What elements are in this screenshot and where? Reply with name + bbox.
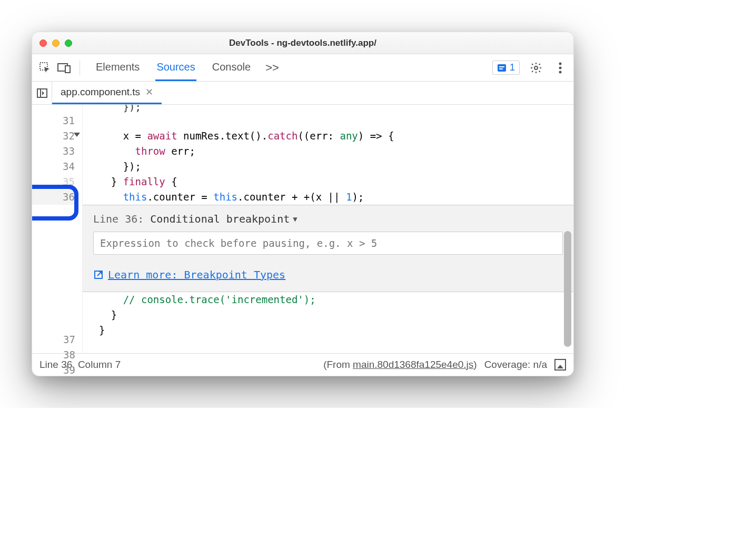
issues-count: 1 (510, 62, 515, 73)
breakpoint-condition-input[interactable] (93, 232, 563, 255)
chevron-down-icon: ▼ (293, 215, 297, 223)
file-tab-name: app.component.ts (61, 86, 140, 98)
svg-rect-5 (499, 68, 503, 69)
breakpoint-line-label: Line 36: (93, 213, 144, 225)
minimize-window-button[interactable] (52, 39, 59, 47)
gutter-line[interactable]: 37 (32, 332, 75, 347)
device-toolbar-icon[interactable] (56, 60, 72, 76)
statusbar: Line 36, Column 7 (From main.80d1368fa12… (32, 353, 573, 376)
external-link-icon (93, 269, 104, 280)
tab-sources[interactable]: Sources (155, 55, 196, 81)
source-map-from: (From main.80d1368fa125e4e0.js) (323, 359, 477, 371)
code-line: }); (83, 159, 573, 174)
more-tabs-button[interactable]: >> (265, 61, 279, 75)
code-line (83, 113, 573, 128)
gutter-line[interactable]: 38 (32, 347, 75, 363)
breakpoint-header: Line 36: Conditional breakpoint ▼ (93, 213, 563, 225)
devtools-window: DevTools - ng-devtools.netlify.app/ Elem… (32, 32, 574, 376)
show-drawer-icon[interactable] (554, 359, 566, 371)
gutter-line[interactable]: 33 (32, 144, 75, 159)
svg-point-6 (534, 66, 538, 69)
gutter-line[interactable]: 35 (32, 174, 75, 189)
settings-icon[interactable] (528, 60, 544, 76)
issues-badge[interactable]: 1 (492, 61, 520, 75)
svg-rect-3 (498, 64, 506, 72)
gutter-line[interactable]: 34 (32, 159, 75, 174)
kebab-menu-icon[interactable] (552, 60, 568, 76)
window-title: DevTools - ng-devtools.netlify.app/ (32, 38, 573, 48)
titlebar: DevTools - ng-devtools.netlify.app/ (32, 32, 573, 54)
file-tab-active[interactable]: app.component.ts ✕ (52, 82, 162, 104)
learn-more-link[interactable]: Learn more: Breakpoint Types (93, 268, 563, 281)
code-line: }); (83, 105, 573, 113)
source-map-link[interactable]: main.80d1368fa125e4e0.js (353, 359, 473, 370)
fold-arrow-icon[interactable] (74, 133, 80, 137)
line-gutter[interactable]: 31 32 33 34 35 36 (32, 105, 83, 353)
tab-elements[interactable]: Elements (95, 55, 141, 81)
code-area[interactable]: }); x = await numRes.text().catch((err: … (83, 105, 573, 353)
code-line: } finally { (83, 174, 573, 189)
code-line: } (83, 323, 573, 338)
close-tab-icon[interactable]: ✕ (145, 86, 153, 98)
toolbar-right: 1 (492, 60, 568, 76)
toolbar-divider (80, 61, 80, 75)
svg-point-9 (559, 71, 562, 73)
code-line: x = await numRes.text().catch((err: any)… (83, 128, 573, 144)
traffic-lights (39, 39, 72, 47)
issues-icon (497, 63, 507, 73)
code-line (83, 338, 573, 353)
scrollbar-thumb[interactable] (564, 231, 571, 347)
close-window-button[interactable] (39, 39, 47, 47)
panel-tabs: Elements Sources Console (95, 55, 252, 81)
gutter-line-active[interactable]: 36 (32, 189, 75, 205)
code-line: // console.trace('incremented'); (83, 292, 573, 307)
coverage-status: Coverage: n/a (484, 359, 547, 371)
maximize-window-button[interactable] (65, 39, 72, 47)
tab-console[interactable]: Console (211, 55, 252, 81)
gutter-line[interactable]: 31 (32, 113, 75, 128)
code-line: this.counter = this.counter + +(x || 1); (83, 189, 573, 205)
status-right: (From main.80d1368fa125e4e0.js) Coverage… (323, 359, 566, 371)
navigator-toggle-icon[interactable] (32, 82, 52, 104)
svg-rect-4 (499, 66, 504, 67)
file-tabs: app.component.ts ✕ (32, 82, 573, 105)
line-gutter-lower[interactable]: 37 38 39 40 (32, 332, 83, 376)
code-line: throw err; (83, 144, 573, 159)
code-line: } (83, 307, 573, 323)
gutter-line[interactable]: 39 (32, 363, 75, 376)
gutter-line[interactable] (32, 105, 75, 113)
main-toolbar: Elements Sources Console >> 1 (32, 54, 573, 82)
code-editor: 31 32 33 34 35 36 }); x = await numRes.t… (32, 105, 573, 353)
inspect-element-icon[interactable] (37, 60, 53, 76)
svg-point-8 (559, 66, 562, 69)
breakpoint-type-dropdown[interactable]: Conditional breakpoint ▼ (150, 213, 297, 225)
breakpoint-editor: Line 36: Conditional breakpoint ▼ Learn … (83, 205, 573, 292)
svg-rect-2 (65, 66, 70, 73)
gutter-line[interactable]: 32 (32, 128, 75, 144)
svg-point-7 (559, 62, 562, 65)
